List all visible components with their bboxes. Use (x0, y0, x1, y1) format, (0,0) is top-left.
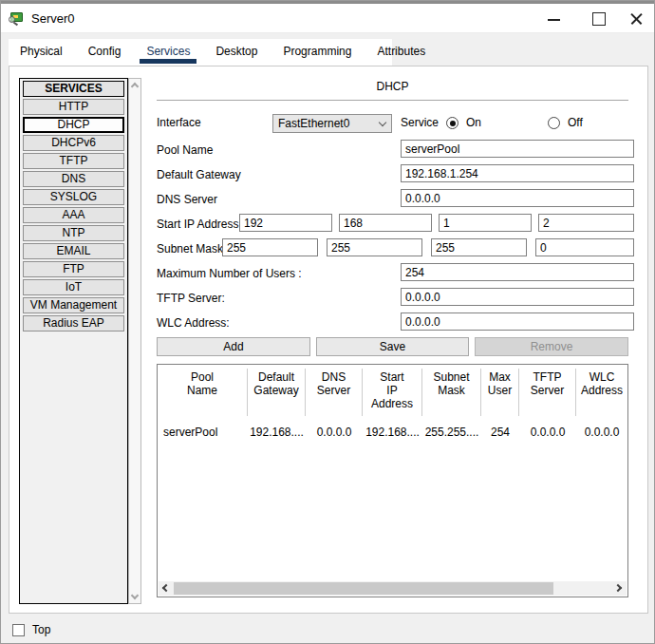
table-column-header-dns-server: DNS Server (306, 369, 363, 416)
subnet-mask-octet-4-input[interactable] (535, 238, 634, 256)
scroll-up-icon[interactable] (131, 83, 139, 90)
tab-services[interactable]: Services (146, 39, 190, 66)
pool-name-input[interactable] (401, 140, 634, 158)
interface-label: Interface (157, 114, 201, 132)
page-title: DHCP (157, 80, 628, 93)
pool-name-label: Pool Name (157, 142, 213, 160)
sidebar-header-services: SERVICES (23, 81, 124, 97)
scroll-right-icon[interactable] (613, 581, 627, 596)
tab-desktop[interactable]: Desktop (215, 39, 257, 66)
table-cell: 0.0.0.0 (576, 426, 627, 439)
scrollbar-thumb[interactable] (174, 582, 553, 595)
subnet-mask-octet-1-input[interactable] (222, 238, 318, 256)
table-cell: serverPool (158, 426, 248, 439)
table-column-header-pool-name: Pool Name (158, 369, 248, 416)
sidebar-item-http[interactable]: HTTP (23, 99, 124, 115)
subnet-mask-label: Subnet Mask: (157, 240, 226, 258)
subnet-mask-octet-3-input[interactable] (431, 238, 527, 256)
table-cell: 0.0.0.0 (519, 426, 576, 439)
close-icon[interactable] (622, 4, 650, 33)
sidebar-item-iot[interactable]: IoT (23, 279, 124, 295)
tab-physical[interactable]: Physical (20, 39, 63, 66)
maximize-icon[interactable] (584, 4, 612, 33)
tab-config[interactable]: Config (88, 39, 122, 66)
sidebar-item-dhcpv6[interactable]: DHCPv6 (23, 135, 124, 151)
wlc-address-label: WLC Address: (157, 314, 230, 332)
table-column-header-default-gateway: Default Gateway (248, 369, 306, 416)
server-dialog-window: Server0 PhysicalConfigServicesDesktopPro… (0, 0, 655, 644)
window-title: Server0 (31, 11, 75, 26)
sidebar-item-radius-eap[interactable]: Radius EAP (23, 315, 124, 331)
sidebar-item-tftp[interactable]: TFTP (23, 153, 124, 169)
table-cell: 255.255.... (422, 426, 481, 439)
table-column-header-wlc-address: WLC Address (576, 369, 627, 416)
default-gateway-input[interactable] (401, 164, 634, 182)
sidebar-item-aaa[interactable]: AAA (23, 207, 124, 223)
start-ip-octet-2-input[interactable] (339, 214, 432, 232)
service-on-label: On (466, 114, 481, 132)
sidebar-item-ftp[interactable]: FTP (23, 261, 124, 277)
table-cell: 192.168.... (248, 426, 306, 439)
sidebar-item-ntp[interactable]: NTP (23, 225, 124, 241)
service-off-label: Off (568, 114, 583, 132)
remove-button[interactable]: Remove (475, 337, 628, 356)
table-row[interactable]: serverPool192.168....0.0.0.0192.168....2… (158, 426, 627, 439)
services-tab-pane: SERVICESHTTPDHCPDHCPv6TFTPDNSSYSLOGAAANT… (9, 66, 648, 614)
minimize-icon[interactable] (540, 4, 569, 33)
tab-bar: PhysicalConfigServicesDesktopProgramming… (9, 39, 392, 66)
sidebar-item-dhcp[interactable]: DHCP (23, 117, 124, 133)
start-ip-octet-4-input[interactable] (538, 214, 634, 232)
service-on-radio[interactable] (446, 117, 458, 129)
wlc-address-input[interactable] (401, 313, 634, 331)
heading-divider (157, 100, 628, 101)
dhcp-pool-table: Pool NameDefault GatewayDNS ServerStart … (157, 364, 628, 597)
table-column-header-max-user: Max User (481, 369, 519, 416)
sidebar-item-syslog[interactable]: SYSLOG (23, 189, 124, 205)
start-ip-octet-1-input[interactable] (239, 214, 332, 232)
table-cell: 0.0.0.0 (306, 426, 363, 439)
subnet-mask-octet-2-input[interactable] (327, 238, 422, 256)
chevron-down-icon (379, 119, 386, 126)
interface-selected-value: FastEthernet0 (278, 117, 349, 130)
sidebar-scrollbar[interactable] (128, 78, 141, 604)
tab-programming[interactable]: Programming (283, 39, 351, 66)
dns-server-input[interactable] (401, 189, 634, 207)
tftp-server-input[interactable] (401, 288, 634, 306)
service-label: Service (401, 114, 439, 132)
table-column-header-subnet-mask: Subnet Mask (422, 369, 481, 416)
tftp-server-label: TFTP Server: (157, 290, 225, 308)
sidebar-item-dns[interactable]: DNS (23, 171, 124, 187)
services-sidebar: SERVICESHTTPDHCPDHCPv6TFTPDNSSYSLOGAAANT… (19, 78, 128, 604)
table-horizontal-scrollbar[interactable] (159, 581, 627, 596)
scroll-down-icon[interactable] (131, 592, 139, 599)
table-body: serverPool192.168....0.0.0.0192.168....2… (158, 426, 627, 439)
top-checkbox[interactable] (12, 624, 25, 636)
table-column-header-start-ip-address: Start IP Address (363, 369, 422, 416)
interface-select[interactable]: FastEthernet0 (272, 114, 392, 133)
table-cell: 192.168.... (363, 426, 422, 439)
default-gateway-label: Default Gateway (157, 166, 241, 184)
top-checkbox-label: Top (32, 623, 50, 637)
start-ip-label: Start IP Address : (157, 216, 245, 234)
sidebar-item-vm-management[interactable]: VM Management (23, 297, 124, 313)
add-button[interactable]: Add (157, 337, 310, 356)
table-column-header-tftp-server: TFTP Server (519, 369, 576, 416)
table-header-row: Pool NameDefault GatewayDNS ServerStart … (158, 369, 627, 416)
max-users-input[interactable] (401, 263, 634, 281)
save-button[interactable]: Save (316, 337, 469, 356)
dns-server-label: DNS Server (157, 191, 217, 209)
max-users-label: Maximum Number of Users : (157, 265, 302, 283)
sidebar-item-email[interactable]: EMAIL (23, 243, 124, 259)
scroll-left-icon[interactable] (159, 581, 172, 596)
title-bar: Server0 (1, 4, 654, 33)
tab-attributes[interactable]: Attributes (377, 39, 425, 66)
start-ip-octet-3-input[interactable] (439, 214, 532, 232)
table-cell: 254 (481, 426, 519, 439)
service-off-radio[interactable] (548, 117, 560, 129)
server-device-icon (9, 11, 25, 26)
